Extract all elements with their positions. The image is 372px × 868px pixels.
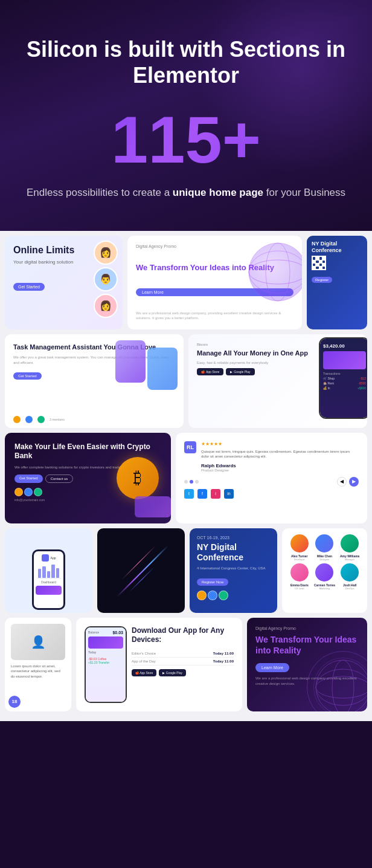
grid-section: Online Limits Your digital banking solut… [0,231,372,721]
card-app-download[interactable]: Balance $0.03 Today -$0.03 Coffee +$1.20… [76,618,242,711]
ny-conf-sub: 4 International Congress Center, City, U… [197,566,270,571]
ny-conf-date: OCT 16-19, 2023 [197,536,270,540]
google-play-badge[interactable]: ▶ Google Play [159,669,186,676]
card-blog: 👤 Lorem ipsum dolor sit amet, consectetu… [5,618,71,711]
mini-av-1 [14,488,23,496]
txn-row-3: 💰 In+$800 [323,386,366,390]
badge-row-2: App of the Day Today 11:00 [132,658,234,666]
blog-num: 18 [8,696,21,708]
task-avatars: 3 members [13,416,65,423]
txn-row-1: 🛒 Shop-$12 [323,377,366,380]
card-ny-conf[interactable]: OCT 16-19, 2023 NY Digital Conference 4 … [190,528,277,613]
task-btn[interactable]: Get Started [13,372,42,380]
grid-row-5: 👤 Lorem ipsum dolor sit amet, consectetu… [5,618,367,711]
card-testimonial: RL ★★★★★ Quisque est lorem, tringque qui… [176,433,367,523]
svg-point-6 [316,676,367,698]
testi-next[interactable]: ▶ [349,477,359,487]
app-balance: $0.03 [112,630,123,635]
mini-av-2 [24,488,33,496]
phone-txn-label: Transactions [323,372,366,375]
card-task[interactable]: Task Management Assistant You Gonna Love… [5,334,184,428]
t2-btn[interactable]: Learn More [255,663,289,672]
grid-row-3: Make Your Life Even Easier with Crypto B… [5,433,367,523]
bitcoin-icon: ₿ [117,457,159,499]
blog-img: 👤 [11,624,65,660]
testi-text: Quisque est lorem, tringque quis. Egesta… [201,449,359,459]
svg-point-5 [316,660,367,711]
hero-title: Silicon is built with Sections in Elemen… [24,36,348,88]
team-member-4: Emma Davis UX Lead [288,563,311,590]
hero-section: Silicon is built with Sections in Elemen… [0,0,372,231]
hero-subtitle: Endless possibilities to create a unique… [24,185,348,201]
phone-card [323,351,366,369]
team-member-1: Alex Turner Developer [288,534,311,561]
grid-row-1: Online Limits Your digital banking solut… [5,236,367,329]
person-3: 👩 [94,294,118,318]
crypto-card-visual [135,496,171,517]
txn-label: Today [88,650,123,654]
google-play-btn[interactable]: ▶ Google Play [226,368,254,375]
blog-text: Lorem ipsum dolor sit amet, consectetur … [11,664,65,679]
card-crypto[interactable]: Make Your Life Even Easier with Crypto B… [5,433,171,523]
testi-stars: ★★★★★ [201,441,359,447]
person-1: 👩 [94,241,118,265]
testi-prev[interactable]: ◀ [337,477,347,487]
testi-dots [184,480,199,484]
mini-av-3 [34,488,42,496]
card-team: Alex Turner Developer Mike Chen Designer… [282,528,367,613]
t2-tag: Digital Agency Promo [255,626,359,630]
laser-line-1 [116,545,168,597]
testi-initials: RL [184,441,196,453]
team-member-6: Josh Hall DevOps [338,563,361,590]
mini-chart [37,563,61,578]
hand-phone: App Dashboard [32,549,65,610]
team-member-3: Amy Williams Manager [338,534,361,561]
svg-point-8 [332,660,354,711]
app-dl-title: Download Our App for Any Devices: [132,626,234,645]
shape-card-1 [115,340,146,383]
task-shapes [115,340,178,390]
testi-arrows: ◀ ▶ [337,477,359,487]
testi-socials: t f i in [184,489,359,499]
store-badges: 🍎 App Store ▶ Google Play [132,669,234,676]
team-grid: Alex Turner Developer Mike Chen Designer… [288,534,361,590]
card-phone-hand: App Dashboard [5,528,92,613]
txn-row-2: 🏠 Rent-$500 [323,381,366,385]
card-money[interactable]: Bitcoin Manage All Your Money in One App… [188,334,367,428]
online-btn[interactable]: Get Started [13,283,45,291]
person-2: 👨 [94,267,118,291]
app-dl-phone: Balance $0.03 Today -$0.03 Coffee +$1.20… [85,626,127,703]
phone-balance: $3,420.00 [323,343,366,349]
qr-code [312,256,326,270]
testi-name: Ralph Edwards [201,463,359,468]
crypto-primary-btn[interactable]: Get Started [14,474,43,483]
person-circles: 👩 👨 👩 [94,241,118,318]
t2-sphere-svg [313,657,367,711]
ny-conf-btn[interactable]: Register Now [197,578,228,586]
ny-conf-avatars [197,591,270,600]
ny-right-title: NY Digital Conference [312,241,362,254]
crypto-outline-btn[interactable]: Contact us [45,474,74,483]
ny-right-btn[interactable]: Register [312,277,332,283]
card-transform2[interactable]: Digital Agency Promo We Transform Your I… [247,618,367,711]
card-laser [97,528,185,613]
grid-row-4: App Dashboard [5,528,367,613]
team-member-2: Mike Chen Designer [313,534,336,561]
shape-card-2 [147,348,178,390]
card-transform[interactable]: Digital Agency Promo We Transform Your I… [127,236,302,329]
badge-row-1: Editor's Choice Today 11:00 [132,650,234,658]
testi-role: Product Designer [201,468,359,472]
testi-nav-area: ◀ ▶ [184,477,359,487]
sphere-decoration [245,239,302,305]
ny-conf-title: NY Digital Conference [197,542,270,563]
apple-store-btn[interactable]: 🍎 App Store [197,368,223,375]
grid-row-2: Task Management Assistant You Gonna Love… [5,334,367,428]
team-member-5: Carmen Torres Marketing [313,563,336,590]
transform-body: We are a professional web design company… [136,311,293,321]
testi-content: RL ★★★★★ Quisque est lorem, tringque qui… [184,441,359,472]
app-store-badge[interactable]: 🍎 App Store [132,669,156,676]
phone-mockup: $3,420.00 Transactions 🛒 Shop-$12 🏠 Rent… [319,337,367,419]
card-ny-right[interactable]: NY Digital Conference Register [307,236,367,329]
hero-number: 115+ [24,106,348,173]
card-online-limits[interactable]: Online Limits Your digital banking solut… [5,236,123,329]
